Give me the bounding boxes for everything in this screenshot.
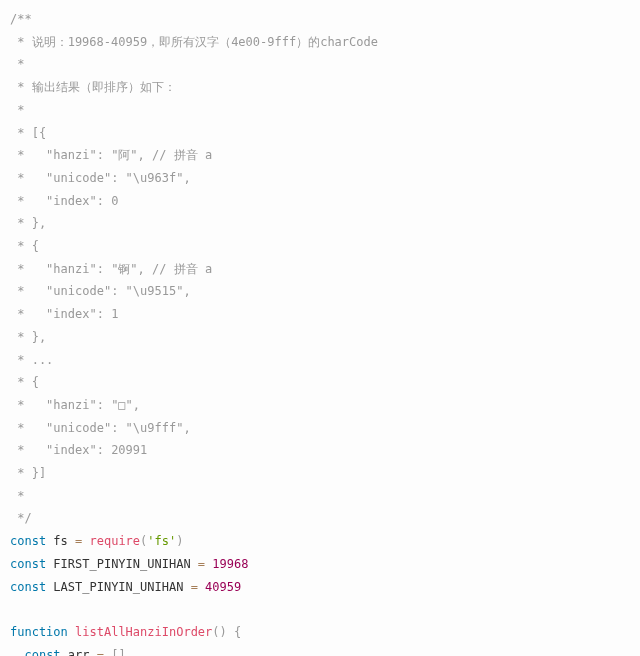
code-token: * }, xyxy=(10,330,46,344)
code-token: * "unicode": "\u9515", xyxy=(10,284,191,298)
code-token: listAllHanziInOrder xyxy=(75,625,212,639)
code-token: require xyxy=(90,534,141,548)
code-line: * 说明：19968-40959，即所有汉字（4e00-9fff）的charCo… xyxy=(10,35,378,49)
code-line: * xyxy=(10,489,24,503)
code-token xyxy=(82,534,89,548)
code-token: fs xyxy=(46,534,75,548)
code-line: */ xyxy=(10,511,32,525)
code-token: * }, xyxy=(10,216,46,230)
code-token: * xyxy=(10,489,24,503)
code-line: * "unicode": "\u9fff", xyxy=(10,421,191,435)
code-token: * 输出结果（即排序）如下： xyxy=(10,80,176,94)
code-token: /** xyxy=(10,12,32,26)
code-token: * "index": 20991 xyxy=(10,443,147,457)
code-token: const xyxy=(10,557,46,571)
code-line: * 输出结果（即排序）如下： xyxy=(10,80,176,94)
code-token: * xyxy=(10,103,24,117)
code-line: * xyxy=(10,57,24,71)
code-token: 40959 xyxy=(205,580,241,594)
code-token: ) xyxy=(176,534,183,548)
code-line: /** xyxy=(10,12,32,26)
code-line: function listAllHanziInOrder() { xyxy=(10,625,241,639)
code-token: = xyxy=(191,580,198,594)
code-line: * }, xyxy=(10,216,46,230)
code-line: * }, xyxy=(10,330,46,344)
code-token: * "hanzi": "□", xyxy=(10,398,140,412)
code-token: * "unicode": "\u9fff", xyxy=(10,421,191,435)
code-line: * xyxy=(10,103,24,117)
code-token: LAST_PINYIN_UNIHAN xyxy=(46,580,191,594)
code-token xyxy=(68,625,75,639)
code-token: { xyxy=(234,625,241,639)
code-token: = xyxy=(198,557,205,571)
code-token: * { xyxy=(10,239,39,253)
code-token: * { xyxy=(10,375,39,389)
code-line: * ... xyxy=(10,353,53,367)
code-token xyxy=(227,625,234,639)
code-token: arr xyxy=(61,648,97,656)
code-token xyxy=(10,648,24,656)
code-token: function xyxy=(10,625,68,639)
code-line: * "unicode": "\u9515", xyxy=(10,284,191,298)
code-token: * [{ xyxy=(10,126,46,140)
code-line: * "hanzi": "锕", // 拼音 a xyxy=(10,262,212,276)
code-content: /** * 说明：19968-40959，即所有汉字（4e00-9fff）的ch… xyxy=(10,12,378,656)
code-token: FIRST_PINYIN_UNIHAN xyxy=(46,557,198,571)
code-line: * "index": 1 xyxy=(10,307,118,321)
code-token: ) xyxy=(220,625,227,639)
code-token: * "hanzi": "阿", // 拼音 a xyxy=(10,148,212,162)
code-line: * { xyxy=(10,375,39,389)
code-token: const xyxy=(24,648,60,656)
code-token: ( xyxy=(212,625,219,639)
code-block: /** * 说明：19968-40959，即所有汉字（4e00-9fff）的ch… xyxy=(10,8,630,656)
code-token: * "unicode": "\u963f", xyxy=(10,171,191,185)
code-token: * xyxy=(10,57,24,71)
code-line: * [{ xyxy=(10,126,46,140)
code-line: const FIRST_PINYIN_UNIHAN = 19968 xyxy=(10,557,248,571)
code-token: = xyxy=(97,648,104,656)
code-token: * "index": 1 xyxy=(10,307,118,321)
code-token: 19968 xyxy=(212,557,248,571)
code-line: * "index": 0 xyxy=(10,194,118,208)
code-line: * "unicode": "\u963f", xyxy=(10,171,191,185)
code-token: const xyxy=(10,534,46,548)
code-line: const arr = [] xyxy=(10,648,126,656)
code-line: * { xyxy=(10,239,39,253)
code-token: * 说明：19968-40959，即所有汉字（4e00-9fff）的charCo… xyxy=(10,35,378,49)
code-token: 'fs' xyxy=(147,534,176,548)
code-line: * "hanzi": "阿", // 拼音 a xyxy=(10,148,212,162)
code-line: const LAST_PINYIN_UNIHAN = 40959 xyxy=(10,580,241,594)
code-line: * "hanzi": "□", xyxy=(10,398,140,412)
code-token: * "index": 0 xyxy=(10,194,118,208)
code-token: */ xyxy=(10,511,32,525)
code-token: ] xyxy=(118,648,125,656)
code-line: const fs = require('fs') xyxy=(10,534,183,548)
code-token: * "hanzi": "锕", // 拼音 a xyxy=(10,262,212,276)
code-line: * "index": 20991 xyxy=(10,443,147,457)
code-token: * }] xyxy=(10,466,46,480)
code-token: * ... xyxy=(10,353,53,367)
code-line: * }] xyxy=(10,466,46,480)
code-token: const xyxy=(10,580,46,594)
code-token xyxy=(198,580,205,594)
